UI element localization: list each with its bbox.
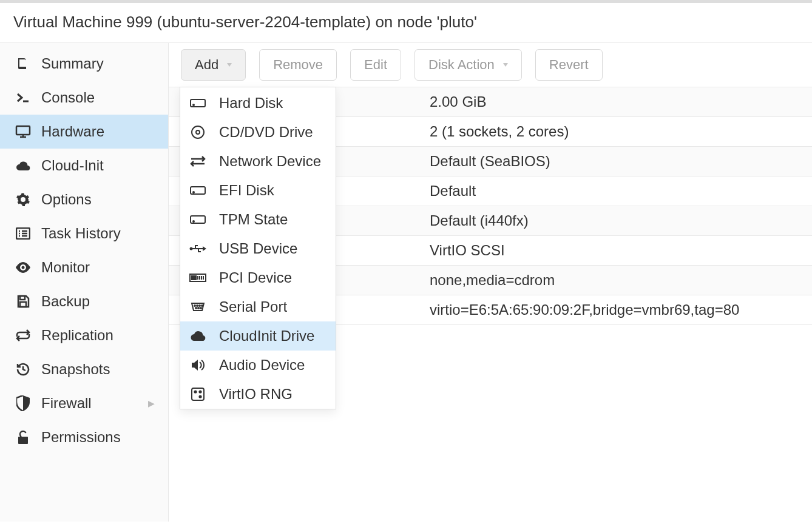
sidebar-item-label: Permissions bbox=[41, 429, 121, 446]
sidebar-item-backup[interactable]: Backup bbox=[0, 284, 168, 318]
remove-button[interactable]: Remove bbox=[259, 49, 337, 81]
monitor-icon bbox=[15, 124, 32, 139]
disk-action-button[interactable]: Disk Action bbox=[414, 49, 522, 81]
chevron-down-icon bbox=[227, 63, 232, 67]
svg-point-44 bbox=[194, 391, 196, 392]
menu-item-label: CloudInit Drive bbox=[219, 328, 314, 344]
menu-item-usb-device[interactable]: USB Device bbox=[180, 234, 336, 263]
shield-icon bbox=[15, 395, 32, 411]
hw-value: none,media=cdrom bbox=[430, 272, 812, 289]
svg-point-21 bbox=[192, 126, 204, 138]
chevron-right-icon: ▶ bbox=[148, 398, 155, 408]
add-button[interactable]: Add bbox=[181, 49, 246, 81]
unlock-icon bbox=[15, 430, 32, 445]
svg-point-36 bbox=[194, 305, 195, 306]
sidebar-item-snapshots[interactable]: Snapshots bbox=[0, 352, 168, 386]
menu-item-network-device[interactable]: Network Device bbox=[180, 147, 336, 176]
sidebar: Summary Console Hardware Cloud-Init Opti… bbox=[0, 43, 169, 522]
sidebar-item-firewall[interactable]: Firewall ▶ bbox=[0, 386, 168, 420]
svg-point-40 bbox=[195, 307, 197, 309]
svg-point-25 bbox=[193, 192, 194, 193]
svg-rect-13 bbox=[20, 302, 26, 307]
exchange-icon bbox=[188, 155, 208, 167]
sidebar-item-label: Summary bbox=[41, 55, 104, 72]
sidebar-item-label: Cloud-Init bbox=[41, 157, 104, 174]
hw-value: 2 (1 sockets, 2 cores) bbox=[430, 123, 812, 140]
hw-value: 2.00 GiB bbox=[430, 93, 812, 110]
svg-rect-43 bbox=[192, 388, 204, 400]
svg-rect-14 bbox=[18, 437, 28, 444]
hw-value: VirtIO SCSI bbox=[430, 242, 812, 259]
sidebar-item-label: Options bbox=[41, 191, 92, 208]
sidebar-item-console[interactable]: Console bbox=[0, 81, 168, 115]
svg-point-22 bbox=[196, 130, 200, 134]
cloud-icon bbox=[188, 330, 208, 342]
menu-item-cloudinit-drive[interactable]: CloudInit Drive bbox=[180, 321, 336, 351]
svg-point-26 bbox=[193, 221, 194, 222]
menu-item-pci-device[interactable]: PCI Device bbox=[180, 263, 336, 292]
menu-item-audio-device[interactable]: Audio Device bbox=[180, 351, 336, 380]
menu-item-label: USB Device bbox=[219, 240, 297, 257]
menu-item-label: EFI Disk bbox=[219, 182, 274, 199]
menu-item-virtio-rng[interactable]: VirtIO RNG bbox=[180, 380, 336, 409]
menu-item-label: Network Device bbox=[219, 153, 321, 170]
svg-point-41 bbox=[198, 307, 199, 309]
sidebar-item-label: Console bbox=[41, 89, 95, 106]
sidebar-item-summary[interactable]: Summary bbox=[0, 47, 168, 81]
svg-point-37 bbox=[197, 305, 198, 306]
menu-item-serial-port[interactable]: Serial Port bbox=[180, 292, 336, 321]
list-icon bbox=[15, 227, 32, 240]
revert-button[interactable]: Revert bbox=[535, 49, 603, 81]
sync-icon bbox=[15, 329, 32, 341]
sidebar-item-label: Firewall bbox=[41, 395, 92, 412]
hdd-icon bbox=[188, 213, 208, 226]
sidebar-item-monitor[interactable]: Monitor bbox=[0, 250, 168, 284]
svg-marker-29 bbox=[203, 246, 206, 251]
svg-point-11 bbox=[22, 266, 25, 269]
add-dropdown-menu: Hard Disk CD/DVD Drive Network Device EF… bbox=[180, 87, 336, 409]
hdd-icon bbox=[188, 184, 208, 197]
sidebar-item-taskhistory[interactable]: Task History bbox=[0, 217, 168, 250]
sidebar-item-permissions[interactable]: Permissions bbox=[0, 420, 168, 454]
serial-icon bbox=[188, 302, 208, 312]
main-area: Summary Console Hardware Cloud-Init Opti… bbox=[0, 43, 812, 522]
history-icon bbox=[15, 362, 32, 377]
svg-point-39 bbox=[201, 305, 203, 306]
menu-item-hard-disk[interactable]: Hard Disk bbox=[180, 89, 336, 118]
sidebar-item-label: Task History bbox=[41, 225, 121, 242]
hw-value: virtio=E6:5A:65:90:09:2F,bridge=vmbr69,t… bbox=[430, 301, 812, 318]
gear-icon bbox=[15, 192, 32, 207]
menu-item-cddvd[interactable]: CD/DVD Drive bbox=[180, 118, 336, 147]
sidebar-item-label: Backup bbox=[41, 293, 90, 310]
sidebar-item-label: Hardware bbox=[41, 123, 104, 140]
edit-button[interactable]: Edit bbox=[350, 49, 401, 81]
eye-icon bbox=[15, 262, 32, 273]
hw-value: Default (SeaBIOS) bbox=[430, 153, 812, 170]
cloud-icon bbox=[15, 160, 32, 172]
sidebar-item-cloudinit[interactable]: Cloud-Init bbox=[0, 149, 168, 183]
menu-item-label: PCI Device bbox=[219, 269, 292, 286]
svg-point-38 bbox=[199, 305, 200, 306]
disc-icon bbox=[188, 125, 208, 139]
hdd-icon bbox=[188, 96, 208, 110]
dice-icon bbox=[188, 387, 208, 401]
sidebar-item-hardware[interactable]: Hardware bbox=[0, 115, 168, 149]
audio-icon bbox=[188, 358, 208, 372]
menu-item-label: CD/DVD Drive bbox=[219, 124, 313, 141]
menu-item-tpm-state[interactable]: TPM State bbox=[180, 205, 336, 234]
menu-item-efi-disk[interactable]: EFI Disk bbox=[180, 176, 336, 205]
svg-rect-31 bbox=[192, 276, 196, 280]
menu-item-label: Audio Device bbox=[219, 357, 305, 374]
svg-rect-1 bbox=[16, 126, 30, 135]
content-panel: Add Remove Edit Disk Action Revert 2.00 … bbox=[169, 43, 812, 522]
sidebar-item-replication[interactable]: Replication bbox=[0, 318, 168, 352]
save-icon bbox=[15, 294, 32, 309]
menu-item-label: Serial Port bbox=[219, 298, 287, 315]
page-title: Virtual Machine 999 (ubuntu-server-2204-… bbox=[0, 3, 812, 43]
sidebar-item-options[interactable]: Options bbox=[0, 183, 168, 217]
pci-icon bbox=[188, 272, 208, 283]
sidebar-item-label: Replication bbox=[41, 327, 113, 344]
chevron-down-icon bbox=[503, 63, 508, 67]
book-icon bbox=[15, 56, 32, 71]
menu-item-label: Hard Disk bbox=[219, 95, 283, 112]
